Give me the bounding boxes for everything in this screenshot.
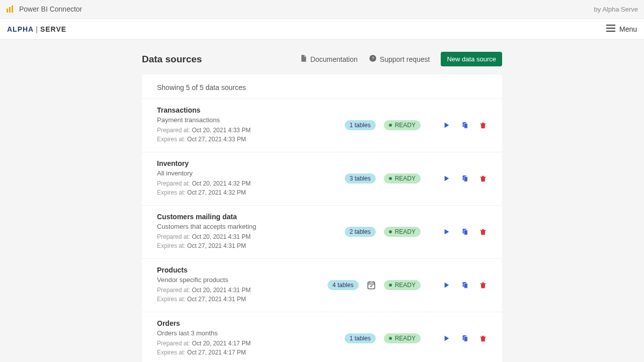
menu-button[interactable]: Menu <box>606 25 637 33</box>
status-badge: READY <box>384 333 421 343</box>
svg-rect-21 <box>464 336 467 341</box>
status-badge: READY <box>384 280 421 290</box>
data-source-row: TransactionsPayment transactionsPrepared… <box>142 99 502 152</box>
schedule-icon[interactable] <box>367 281 376 290</box>
tables-badge: 1 tables <box>345 120 376 130</box>
status-text: READY <box>395 175 416 182</box>
status-text: READY <box>395 282 416 289</box>
svg-rect-2 <box>12 6 13 13</box>
svg-rect-0 <box>7 9 8 13</box>
brand-serve: SERVE <box>40 25 66 33</box>
prepared-label: Prepared at: <box>157 233 190 240</box>
copy-icon[interactable] <box>461 121 469 129</box>
expires-label: Expires at: <box>157 349 186 356</box>
menu-label: Menu <box>619 25 637 33</box>
title-bar: Power BI Connector by Alpha Serve <box>0 0 644 19</box>
support-link[interactable]: ? Support request <box>369 54 430 64</box>
documentation-link[interactable]: Documentation <box>299 54 358 64</box>
brand-divider: | <box>36 25 38 33</box>
status-text: READY <box>395 228 416 235</box>
expires-value: Oct 27, 2021 4:17 PM <box>187 349 246 356</box>
data-source-row: Customers mailing dataCustomers that acc… <box>142 205 502 258</box>
support-label: Support request <box>380 55 430 63</box>
expires-label: Expires at: <box>157 136 186 143</box>
tables-badge: 2 tables <box>345 227 376 237</box>
data-source-row: ProductsVendor specific productsPrepared… <box>142 258 502 312</box>
svg-rect-4 <box>606 28 615 29</box>
list-summary: Showing 5 of 5 data sources <box>142 74 502 99</box>
status-text: READY <box>395 335 416 342</box>
prepared-value: Oct 20, 2021 4:33 PM <box>192 127 251 134</box>
prepared-label: Prepared at: <box>157 287 190 294</box>
status-badge: READY <box>384 120 421 130</box>
svg-rect-13 <box>464 230 467 235</box>
svg-rect-14 <box>368 282 375 289</box>
prepared-value: Oct 20, 2021 4:31 PM <box>192 287 251 294</box>
app-icon <box>6 5 14 13</box>
status-badge: READY <box>384 227 421 237</box>
status-badge: READY <box>384 173 421 184</box>
status-dot-icon <box>389 230 392 233</box>
expires-label: Expires at: <box>157 189 186 196</box>
byline: by Alpha Serve <box>594 6 638 13</box>
page-title: Data sources <box>142 54 202 65</box>
status-text: READY <box>395 122 416 129</box>
data-source-description: Payment transactions <box>157 116 345 124</box>
expires-value: Oct 27, 2021 4:31 PM <box>187 296 246 303</box>
copy-icon[interactable] <box>461 174 469 183</box>
delete-icon[interactable] <box>479 281 487 289</box>
status-dot-icon <box>389 124 392 127</box>
brand-logo[interactable]: ALPHA | SERVE <box>7 25 66 33</box>
tables-badge: 4 tables <box>328 280 359 290</box>
run-icon[interactable] <box>443 228 451 236</box>
data-source-description: Orders last 3 months <box>157 329 345 337</box>
hamburger-icon <box>606 25 615 33</box>
svg-rect-19 <box>464 283 467 288</box>
prepared-value: Oct 20, 2021 4:32 PM <box>192 180 251 187</box>
svg-rect-1 <box>9 7 11 13</box>
prepared-label: Prepared at: <box>157 180 190 187</box>
tables-badge: 1 tables <box>345 333 376 343</box>
data-sources-card: Showing 5 of 5 data sources Transactions… <box>142 74 502 362</box>
prepared-value: Oct 20, 2021 4:17 PM <box>192 340 251 347</box>
run-icon[interactable] <box>443 334 451 342</box>
delete-icon[interactable] <box>479 174 487 183</box>
brand-alpha: ALPHA <box>7 25 34 33</box>
prepared-value: Oct 20, 2021 4:31 PM <box>192 233 251 240</box>
data-source-name: Customers mailing data <box>157 213 345 221</box>
prepared-label: Prepared at: <box>157 340 190 347</box>
data-source-row: OrdersOrders last 3 monthsPrepared at: O… <box>142 312 502 362</box>
new-data-source-button[interactable]: New data source <box>441 52 502 66</box>
data-source-name: Products <box>157 266 328 274</box>
run-icon[interactable] <box>443 121 451 129</box>
data-source-description: All inventory <box>157 169 345 177</box>
svg-text:?: ? <box>371 56 374 61</box>
data-source-row: InventoryAll inventoryPrepared at: Oct 2… <box>142 152 502 205</box>
svg-rect-11 <box>464 176 467 182</box>
run-icon[interactable] <box>443 281 451 289</box>
delete-icon[interactable] <box>479 121 487 129</box>
data-source-description: Vendor specific products <box>157 276 328 284</box>
run-icon[interactable] <box>443 174 451 183</box>
data-source-name: Orders <box>157 319 345 327</box>
expires-label: Expires at: <box>157 296 186 303</box>
expires-value: Oct 27, 2021 4:33 PM <box>187 136 246 143</box>
delete-icon[interactable] <box>479 228 487 236</box>
svg-rect-5 <box>606 31 615 32</box>
expires-label: Expires at: <box>157 242 186 249</box>
expires-value: Oct 27, 2021 4:32 PM <box>187 189 246 196</box>
svg-rect-3 <box>606 25 615 26</box>
copy-icon[interactable] <box>461 334 469 342</box>
copy-icon[interactable] <box>461 281 469 289</box>
data-source-name: Transactions <box>157 106 345 114</box>
navbar: ALPHA | SERVE Menu <box>0 19 644 40</box>
status-dot-icon <box>389 284 392 287</box>
data-source-name: Inventory <box>157 159 345 167</box>
data-source-description: Customers that accepts marketing <box>157 223 345 230</box>
status-dot-icon <box>389 177 392 180</box>
prepared-label: Prepared at: <box>157 127 190 134</box>
copy-icon[interactable] <box>461 228 469 236</box>
svg-rect-9 <box>464 123 467 128</box>
expires-value: Oct 27, 2021 4:31 PM <box>187 242 246 249</box>
delete-icon[interactable] <box>479 334 487 342</box>
